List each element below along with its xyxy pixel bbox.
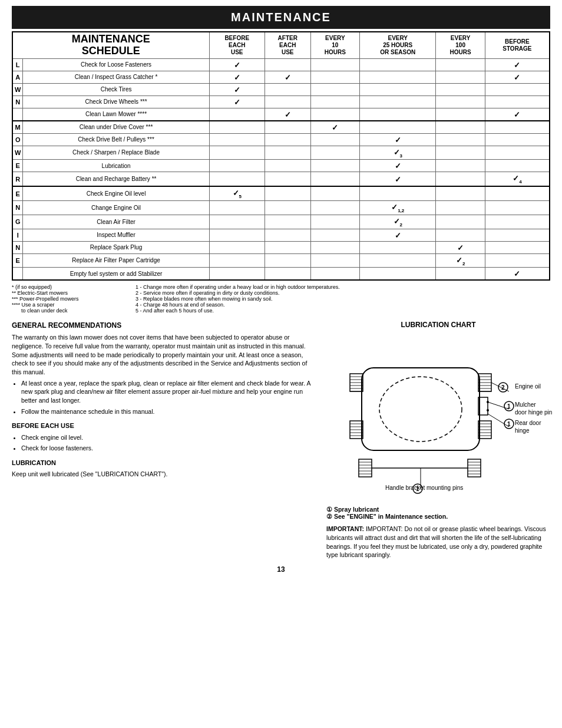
check-cell: ✓4: [485, 172, 550, 186]
check-cell: [485, 215, 550, 229]
check-cell: [310, 215, 359, 229]
lubrication-text: Keep unit well lubricated (See "LUBRICAT…: [12, 470, 315, 479]
check-cell: [310, 241, 359, 253]
check-cell: ✓: [485, 58, 550, 71]
check-cell: [310, 95, 359, 108]
col-header-before-storage: BEFORESTORAGE: [485, 32, 550, 58]
check-cell: [265, 146, 310, 160]
footnotes: * (if so equipped) ** Electric-Start mow…: [12, 284, 550, 314]
check-cell: ✓3: [360, 146, 436, 160]
check-cell: ✓2: [360, 215, 436, 229]
check-cell: [485, 229, 550, 241]
section-label: N: [12, 241, 23, 253]
col-header-before-each: BEFOREEACHUSE: [209, 32, 265, 58]
section-label: E: [12, 186, 23, 200]
check-cell: [265, 241, 310, 253]
check-cell: ✓: [265, 108, 310, 121]
footnote-3star: *** Power-Propelled mowers: [12, 296, 130, 302]
check-cell: [265, 253, 310, 268]
check-cell: [209, 146, 265, 160]
check-cell: [436, 146, 485, 160]
check-cell: [209, 200, 265, 215]
before-item-2: Check for loose fasteners.: [21, 444, 315, 453]
check-cell: [360, 186, 436, 200]
check-cell: ✓: [360, 133, 436, 146]
check-cell: [360, 121, 436, 134]
col-header-after-each: AFTEREACHUSE: [265, 32, 310, 58]
svg-text:1: 1: [507, 403, 511, 410]
check-cell: [265, 268, 310, 281]
check-cell: [436, 58, 485, 71]
check-cell: [360, 241, 436, 253]
footnote-2: 2 - Service more often if operating in d…: [135, 290, 550, 296]
task-name: Inspect Muffler: [23, 229, 209, 241]
check-cell: [209, 172, 265, 186]
check-cell: [436, 83, 485, 95]
col-header-every100: EVERY100HOURS: [436, 32, 485, 58]
footnotes-left: * (if so equipped) ** Electric-Start mow…: [12, 284, 130, 314]
bullet-1: At least once a year, replace the spark …: [21, 379, 315, 405]
task-name: Check Engine Oil level: [23, 186, 209, 200]
check-cell: [209, 160, 265, 172]
section-label: M: [12, 121, 23, 134]
lub-note-2: ② See "ENGINE" in Maintenance section.: [326, 513, 550, 520]
section-label: O: [12, 133, 23, 146]
lubrication-chart: LUBRICATION CHART: [326, 321, 550, 559]
lub-note-1: ① Spray lubricant: [326, 506, 550, 513]
handle-bracket-label: Handle bracket mounting pins: [385, 485, 463, 491]
check-cell: [265, 172, 310, 186]
check-cell: ✓: [436, 241, 485, 253]
task-name: Check for Loose Fasteners: [23, 58, 209, 71]
check-cell: ✓: [310, 121, 359, 134]
task-name: Clean / Inspect Grass Catcher *: [23, 71, 209, 83]
check-cell: ✓5: [209, 186, 265, 200]
engine-oil-label: Engine oil: [515, 383, 541, 390]
check-cell: [436, 268, 485, 281]
rear-door-label: Rear doorhinge: [515, 419, 541, 434]
general-rec-bullets: At least once a year, replace the spark …: [21, 379, 315, 416]
check-cell: [310, 186, 359, 200]
check-cell: [265, 58, 310, 71]
check-cell: [310, 83, 359, 95]
check-cell: [310, 160, 359, 172]
task-name: Check / Sharpen / Replace Blade: [23, 146, 209, 160]
svg-point-1: [379, 377, 462, 442]
check-cell: [310, 71, 359, 83]
task-name: Replace Air Filter Paper Cartridge: [23, 253, 209, 268]
section-label: W: [12, 146, 23, 160]
check-cell: ✓: [209, 71, 265, 83]
mulcher-label: Mulcherdoor hinge pin: [515, 401, 552, 416]
task-name: Empty fuel system or add Stabilizer: [23, 268, 209, 281]
check-cell: [436, 71, 485, 83]
check-cell: [436, 160, 485, 172]
check-cell: [485, 83, 550, 95]
check-cell: ✓1,2: [360, 200, 436, 215]
check-cell: [485, 186, 550, 200]
check-cell: [360, 58, 436, 71]
footnote-2star: ** Electric-Start mowers: [12, 290, 130, 296]
before-each-use-list: Check engine oil level. Check for loose …: [21, 433, 315, 453]
important-note: IMPORTANT: IMPORTANT: Do not oil or grea…: [326, 525, 550, 559]
task-name: Clean Air Filter: [23, 215, 209, 229]
maintenance-table: MAINTENANCE SCHEDULE BEFOREEACHUSE AFTER…: [12, 31, 550, 281]
check-cell: [310, 253, 359, 268]
check-cell: [436, 200, 485, 215]
check-cell: ✓: [485, 268, 550, 281]
svg-text:2: 2: [501, 384, 505, 391]
page-title: MAINTENANCE: [12, 6, 550, 29]
check-cell: ✓: [209, 58, 265, 71]
task-name: Check Drive Belt / Pulleys ***: [23, 133, 209, 146]
general-rec-heading: GENERAL RECOMMENDATIONS: [12, 321, 315, 331]
check-cell: ✓: [485, 108, 550, 121]
section-label: G: [12, 215, 23, 229]
check-cell: ✓: [360, 229, 436, 241]
task-name: Lubrication: [23, 160, 209, 172]
check-cell: [485, 200, 550, 215]
check-cell: [265, 229, 310, 241]
check-cell: [485, 121, 550, 134]
schedule-title: MAINTENANCE SCHEDULE: [12, 32, 209, 58]
check-cell: [209, 253, 265, 268]
check-cell: [209, 241, 265, 253]
bullet-2: Follow the maintenance schedule in this …: [21, 407, 315, 416]
check-cell: [209, 121, 265, 134]
